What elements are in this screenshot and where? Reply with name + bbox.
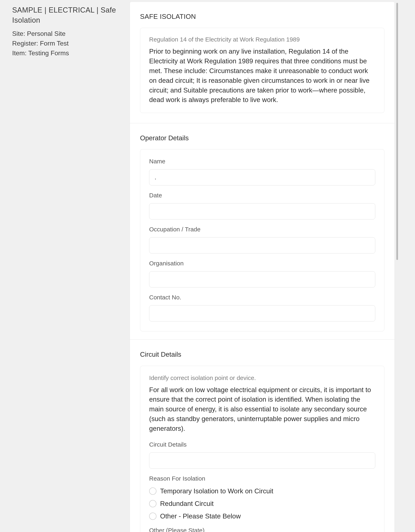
sidebar-meta: Site: Personal Site Register: Form Test … xyxy=(12,29,118,58)
field-contact: Contact No. xyxy=(149,293,375,322)
input-occupation[interactable] xyxy=(149,237,375,253)
circuit-form: Identify correct isolation point or devi… xyxy=(140,366,385,532)
reason-for-isolation-group: Reason For Isolation Temporary Isolation… xyxy=(149,474,375,521)
radio-option-temporary[interactable]: Temporary Isolation to Work on Circuit xyxy=(149,486,375,496)
page-title: SAMPLE | ELECTRICAL | Safe Isolation xyxy=(12,5,118,26)
circuit-info-body: For all work on low voltage electrical e… xyxy=(149,385,375,433)
field-occupation: Occupation / Trade xyxy=(149,225,375,253)
section-heading-safe-isolation: SAFE ISOLATION xyxy=(140,12,385,21)
input-name[interactable] xyxy=(149,169,375,185)
label-organisation: Organisation xyxy=(149,259,375,268)
section-heading-circuit: Circuit Details xyxy=(140,350,385,359)
radio-text-temporary: Temporary Isolation to Work on Circuit xyxy=(160,486,273,496)
radio-circle-icon xyxy=(149,500,157,507)
site-line: Site: Personal Site xyxy=(12,29,118,38)
input-contact[interactable] xyxy=(149,305,375,322)
radio-circle-icon xyxy=(149,487,157,495)
field-date: Date xyxy=(149,191,375,219)
label-name: Name xyxy=(149,157,375,166)
radio-text-other: Other - Please State Below xyxy=(160,512,241,521)
section-heading-operator: Operator Details xyxy=(140,133,385,143)
vertical-scrollbar[interactable] xyxy=(396,3,398,260)
sidebar: SAMPLE | ELECTRICAL | Safe Isolation Sit… xyxy=(0,0,130,532)
input-circuit-details[interactable] xyxy=(149,452,375,469)
label-circuit-details: Circuit Details xyxy=(149,440,375,449)
radio-option-redundant[interactable]: Redundant Circuit xyxy=(149,499,375,508)
field-name: Name xyxy=(149,157,375,185)
form-card: SAFE ISOLATION Regulation 14 of the Elec… xyxy=(130,2,395,532)
label-contact: Contact No. xyxy=(149,293,375,302)
register-line: Register: Form Test xyxy=(12,38,118,48)
section-circuit-details: Circuit Details Identify correct isolati… xyxy=(130,340,395,532)
field-other-state: Other (Please State) xyxy=(149,526,375,532)
radio-text-redundant: Redundant Circuit xyxy=(160,499,214,508)
section-safe-isolation: SAFE ISOLATION Regulation 14 of the Elec… xyxy=(130,2,395,123)
label-other-state: Other (Please State) xyxy=(149,526,375,532)
regulation-info-title: Regulation 14 of the Electricity at Work… xyxy=(149,35,375,44)
label-occupation: Occupation / Trade xyxy=(149,225,375,234)
label-reason: Reason For Isolation xyxy=(149,474,375,483)
field-circuit-details: Circuit Details xyxy=(149,440,375,469)
section-operator-details: Operator Details Name Date Occupation / … xyxy=(130,123,395,340)
input-date[interactable] xyxy=(149,203,375,219)
input-organisation[interactable] xyxy=(149,271,375,287)
regulation-info-body: Prior to beginning work on any live inst… xyxy=(149,47,375,105)
main-content: SAFE ISOLATION Regulation 14 of the Elec… xyxy=(130,0,415,532)
radio-circle-icon xyxy=(149,513,157,520)
circuit-info-title: Identify correct isolation point or devi… xyxy=(149,374,375,382)
field-organisation: Organisation xyxy=(149,259,375,287)
regulation-info-box: Regulation 14 of the Electricity at Work… xyxy=(140,28,385,113)
operator-form: Name Date Occupation / Trade Organisatio… xyxy=(140,149,385,331)
radio-option-other[interactable]: Other - Please State Below xyxy=(149,512,375,521)
label-date: Date xyxy=(149,191,375,200)
item-line: Item: Testing Forms xyxy=(12,48,118,58)
